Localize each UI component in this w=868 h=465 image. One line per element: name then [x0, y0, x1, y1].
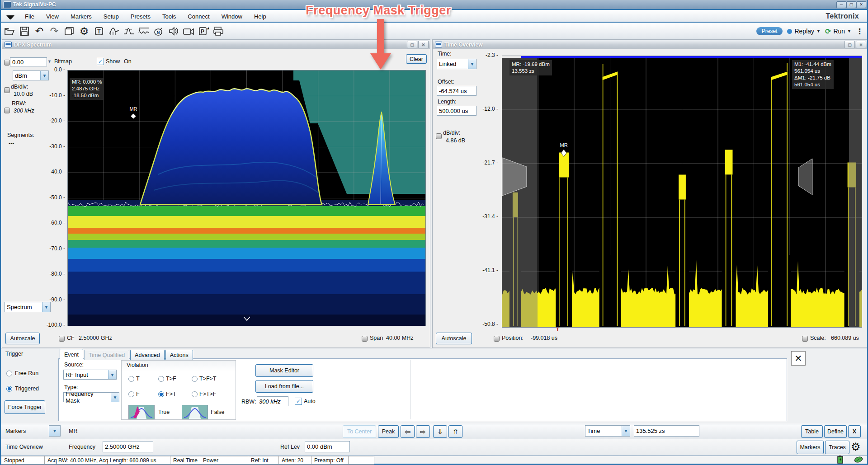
text-tag-icon[interactable]: T: [92, 25, 106, 38]
violation-radio-f-t-f[interactable]: [192, 391, 198, 397]
peak-left-button[interactable]: ⇦: [401, 425, 415, 438]
collapse-chevron-icon[interactable]: ▼: [47, 59, 52, 64]
mask-true-icon[interactable]: [128, 405, 155, 419]
marker-table-button[interactable]: Table: [801, 425, 823, 438]
time-mode-select[interactable]: Linked▼: [437, 59, 476, 69]
trigger-rbw-field[interactable]: 300 kHz: [257, 396, 288, 406]
markers-close-button[interactable]: X: [848, 425, 861, 438]
dbdiv-knob-icon[interactable]: [4, 87, 10, 93]
violation-radio-t-f[interactable]: [158, 376, 164, 382]
mask-editor-button[interactable]: Mask Editor: [255, 364, 313, 377]
scale-knob-icon[interactable]: [802, 336, 808, 342]
menu-setup[interactable]: Setup: [98, 13, 125, 20]
dpx-display-select[interactable]: Spectrum▼: [5, 302, 51, 312]
close-button[interactable]: ✕: [856, 1, 866, 8]
dpx-clear-button[interactable]: Clear: [406, 54, 427, 64]
copy-icon[interactable]: [62, 25, 76, 38]
dpx-cf-value[interactable]: 2.50000 GHz: [79, 335, 112, 341]
dpx-dbdiv-value[interactable]: 10.0 dB: [14, 91, 33, 97]
time-plot-area[interactable]: MR: [502, 56, 862, 328]
dpx-rbw-value[interactable]: 300 kHz: [14, 108, 34, 114]
minimize-button[interactable]: ─: [836, 1, 846, 8]
trigger-tab-advanced[interactable]: Advanced: [130, 350, 165, 360]
panel-restore-button[interactable]: ▢: [844, 41, 855, 48]
waveform-time-icon[interactable]: [137, 25, 151, 38]
print-icon[interactable]: [212, 25, 225, 38]
trigger-tab-event[interactable]: Event: [60, 349, 83, 360]
undo-icon[interactable]: ↶: [33, 25, 46, 38]
camera-icon[interactable]: [182, 25, 195, 38]
dpx-autoscale-button[interactable]: Autoscale: [5, 333, 40, 344]
panel-close-button[interactable]: ✕: [418, 41, 429, 48]
trigger-tab-actions[interactable]: Actions: [165, 350, 193, 360]
markers-panel-button[interactable]: Markers: [797, 441, 824, 454]
redo-icon[interactable]: ↷: [47, 25, 61, 38]
time-position-value[interactable]: -99.018 us: [531, 335, 557, 341]
marker-list-dropdown[interactable]: ▼: [49, 425, 61, 437]
violation-radio-t[interactable]: [128, 376, 134, 382]
peak-button[interactable]: Peak: [378, 425, 399, 438]
panel-restore-button[interactable]: ▢: [407, 41, 417, 48]
ref-level-knob-icon[interactable]: [4, 60, 10, 66]
cf-knob-icon[interactable]: [59, 336, 65, 342]
menu-view[interactable]: View: [40, 13, 65, 20]
dpx-ref-level-field[interactable]: 0.00: [10, 57, 47, 66]
menu-markers[interactable]: Markers: [65, 13, 98, 20]
offset-field[interactable]: -64.574 us: [437, 86, 476, 96]
waveform-spectrum-icon[interactable]: [107, 25, 121, 38]
menu-presets[interactable]: Presets: [125, 13, 156, 20]
dpx-show-checkbox[interactable]: ✓: [97, 58, 104, 65]
span-knob-icon[interactable]: [362, 336, 368, 342]
source-select[interactable]: RF Input▼: [63, 370, 117, 380]
dpx-span-value[interactable]: 40.00 MHz: [386, 335, 413, 341]
panel-close-button[interactable]: ✕: [856, 41, 866, 48]
marker-axis-select[interactable]: Time▼: [585, 425, 630, 437]
eject-icon[interactable]: [6, 15, 14, 19]
trigger-tab-time-qualified[interactable]: Time Qualified: [84, 350, 129, 360]
run-control[interactable]: ⟳ Run ▼: [825, 27, 851, 36]
save-icon[interactable]: [18, 25, 31, 38]
violation-radio-t-f-t[interactable]: [192, 376, 198, 382]
triggered-radio[interactable]: [6, 386, 12, 392]
dpx-plot-area[interactable]: MR: [67, 70, 426, 326]
replay-control[interactable]: Replay ▼: [787, 28, 821, 35]
mask-false-icon[interactable]: [182, 405, 208, 419]
time-autoscale-button[interactable]: Autoscale: [436, 333, 472, 344]
menu-connect[interactable]: Connect: [182, 13, 215, 20]
type-select[interactable]: Frequency Mask▼: [63, 392, 119, 402]
maximize-button[interactable]: ▢: [846, 1, 856, 8]
time-dbdiv-value[interactable]: 4.86 dB: [446, 137, 465, 144]
marker-position-field[interactable]: 135.525 zs: [634, 425, 699, 437]
preset-button[interactable]: Preset: [756, 27, 783, 35]
marker-define-button[interactable]: Define: [824, 425, 847, 438]
ref-lev-field[interactable]: 0.00 dBm: [305, 441, 350, 452]
menu-window[interactable]: Window: [216, 13, 248, 20]
load-from-file-button[interactable]: Load from file...: [255, 380, 313, 393]
position-knob-icon[interactable]: [494, 336, 500, 342]
traces-panel-button[interactable]: Traces: [825, 441, 849, 454]
peak-lower-button[interactable]: ⇩: [433, 425, 447, 438]
trigger-close-button[interactable]: ✕: [791, 351, 806, 366]
timer-n-icon[interactable]: N: [152, 25, 165, 38]
to-center-button[interactable]: To Center: [343, 425, 376, 438]
preset-p-icon[interactable]: P★: [197, 25, 210, 38]
time-scale-value[interactable]: 660.089 us: [831, 335, 859, 341]
audio-speaker-icon[interactable]: [167, 25, 180, 38]
settings-gear-icon[interactable]: ⚙: [77, 25, 91, 38]
time-dbdiv-knob-icon[interactable]: [436, 133, 442, 139]
open-folder-icon[interactable]: [3, 25, 16, 38]
waveform-pulse-icon[interactable]: [122, 25, 136, 38]
menu-tools[interactable]: Tools: [156, 13, 182, 20]
menu-help[interactable]: Help: [248, 13, 272, 20]
peak-higher-button[interactable]: ⇧: [448, 425, 462, 438]
settings-gear-icon[interactable]: ⚙: [851, 441, 861, 453]
rbw-auto-checkbox[interactable]: ✓: [295, 398, 302, 405]
kebab-menu-icon[interactable]: ⋮: [856, 27, 863, 36]
force-trigger-button[interactable]: Force Trigger: [5, 400, 45, 414]
menu-file[interactable]: File: [19, 13, 40, 20]
length-field[interactable]: 500.000 us: [437, 106, 476, 116]
rbw-knob-icon[interactable]: [4, 108, 10, 113]
frequency-field[interactable]: 2.50000 GHz: [103, 441, 153, 452]
peak-right-button[interactable]: ⇨: [416, 425, 430, 438]
violation-radio-f[interactable]: [128, 391, 134, 397]
